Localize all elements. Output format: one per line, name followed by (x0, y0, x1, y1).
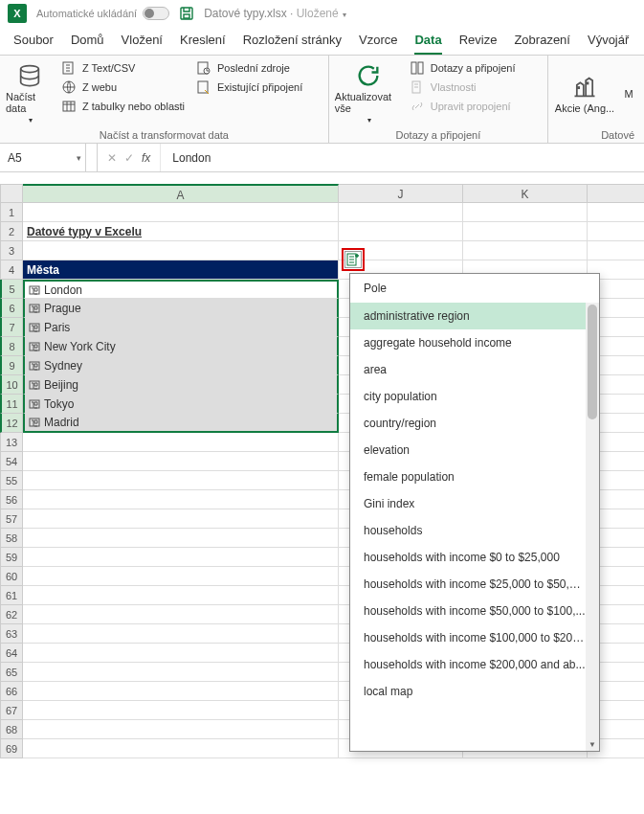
row-header[interactable]: 65 (0, 663, 23, 682)
cell[interactable]: Datové typy v Excelu (23, 222, 339, 241)
queries-connections-button[interactable]: Dotazy a připojení (406, 59, 520, 77)
cell[interactable] (463, 203, 588, 222)
row-header[interactable]: 12 (0, 414, 23, 433)
cell[interactable] (23, 452, 339, 471)
cell[interactable]: Paris (23, 318, 339, 337)
field-option[interactable]: elevation (350, 437, 599, 464)
chevron-down-icon[interactable]: ▾ (77, 153, 81, 163)
row-header[interactable]: 1 (0, 203, 23, 222)
tab-zobrazení[interactable]: Zobrazení (514, 33, 570, 55)
cell[interactable]: New York City (23, 337, 339, 356)
field-option[interactable]: households with income $200,000 and ab..… (350, 651, 599, 678)
tab-vložení[interactable]: Vložení (122, 33, 163, 55)
row-header[interactable]: 62 (0, 605, 23, 624)
toggle-off-icon[interactable] (143, 7, 169, 20)
row-header[interactable]: 7 (0, 318, 23, 337)
cell[interactable] (23, 720, 339, 739)
tab-data[interactable]: Data (414, 33, 441, 55)
tab-kreslení[interactable]: Kreslení (180, 33, 226, 55)
row-header[interactable]: 69 (0, 739, 23, 758)
name-box[interactable]: A5▾ (0, 144, 86, 171)
field-option[interactable]: households (350, 517, 599, 544)
field-option[interactable]: households with income $100,000 to $200.… (350, 624, 599, 651)
row-header[interactable]: 3 (0, 241, 23, 260)
cell[interactable]: Sydney (23, 356, 339, 375)
formula-input[interactable]: London (161, 151, 644, 165)
cell[interactable] (23, 567, 339, 586)
row-header[interactable]: 67 (0, 701, 23, 720)
column-header[interactable]: J (339, 184, 463, 203)
column-header[interactable]: K (463, 184, 588, 203)
field-option[interactable]: female population (350, 464, 599, 490)
tab-revize[interactable]: Revize (459, 33, 498, 55)
field-option[interactable]: households with income $25,000 to $50,00… (350, 571, 599, 598)
tab-vzorce[interactable]: Vzorce (359, 33, 397, 55)
chevron-down-icon[interactable]: ▾ (343, 11, 346, 19)
row-header[interactable]: 6 (0, 299, 23, 318)
tab-rozložení stránky[interactable]: Rozložení stránky (243, 33, 342, 55)
row-header[interactable]: 4 (0, 260, 23, 280)
save-icon[interactable] (179, 6, 194, 21)
cell[interactable] (23, 529, 339, 548)
cell[interactable]: London (23, 280, 339, 299)
tab-vývojář[interactable]: Vývojář (588, 33, 629, 55)
row-header[interactable]: 10 (0, 375, 23, 395)
cell[interactable] (463, 222, 588, 241)
from-web-button[interactable]: Z webu (57, 79, 189, 96)
column-header[interactable]: A (23, 184, 339, 203)
row-header[interactable]: 13 (0, 433, 23, 452)
scroll-thumb[interactable] (588, 305, 597, 419)
cell[interactable] (23, 586, 339, 605)
row-header[interactable]: 9 (0, 356, 23, 375)
cell[interactable]: Tokyo (23, 395, 339, 414)
field-option[interactable]: country/region (350, 410, 599, 437)
recent-sources-button[interactable]: Poslední zdroje (192, 59, 306, 77)
field-option[interactable]: households with income $50,000 to $100,.… (350, 598, 599, 624)
cell[interactable] (23, 739, 339, 758)
select-all-corner[interactable] (0, 184, 23, 203)
from-table-button[interactable]: Z tabulky nebo oblasti (57, 98, 189, 115)
row-header[interactable]: 11 (0, 395, 23, 414)
existing-connections-button[interactable]: Existující připojení (192, 79, 306, 96)
cell[interactable] (23, 548, 339, 567)
get-data-button[interactable]: Načíst data▾ (6, 59, 54, 127)
row-header[interactable]: 63 (0, 624, 23, 644)
cell[interactable] (23, 701, 339, 720)
cell[interactable] (588, 241, 644, 260)
cell[interactable] (23, 471, 339, 490)
field-option[interactable]: local map (350, 678, 599, 705)
field-option[interactable]: households with income $0 to $25,000 (350, 544, 599, 571)
cell[interactable]: Prague (23, 299, 339, 318)
field-option[interactable]: administrative region (350, 303, 599, 329)
autosave-toggle[interactable]: Automatické ukládání (36, 7, 169, 20)
row-header[interactable]: 64 (0, 644, 23, 663)
cell[interactable] (23, 682, 339, 701)
row-header[interactable]: 66 (0, 682, 23, 701)
cell[interactable] (23, 509, 339, 529)
row-header[interactable]: 56 (0, 490, 23, 509)
from-text-csv-button[interactable]: Z Text/CSV (57, 59, 189, 77)
refresh-all-button[interactable]: Aktualizovat vše▾ (335, 59, 402, 127)
tab-soubor[interactable]: Soubor (13, 33, 54, 55)
tab-domů[interactable]: Domů (71, 33, 104, 55)
field-option[interactable]: city population (350, 383, 599, 410)
cell[interactable] (23, 203, 339, 222)
row-header[interactable]: 58 (0, 529, 23, 548)
cell[interactable]: Madrid (23, 414, 339, 433)
row-header[interactable]: 55 (0, 471, 23, 490)
cell[interactable] (588, 222, 644, 241)
cell[interactable] (23, 490, 339, 509)
cell[interactable] (463, 241, 588, 260)
cell[interactable] (339, 222, 463, 241)
row-header[interactable]: 68 (0, 720, 23, 739)
stocks-datatype-button[interactable]: Akcie (Ang... (554, 74, 615, 114)
fx-icon[interactable]: fx (142, 151, 150, 165)
row-header[interactable]: 57 (0, 509, 23, 529)
row-header[interactable]: 8 (0, 337, 23, 356)
column-header[interactable] (588, 184, 644, 203)
row-header[interactable]: 61 (0, 586, 23, 605)
field-option[interactable]: area (350, 356, 599, 383)
cell[interactable] (23, 624, 339, 644)
row-header[interactable]: 60 (0, 567, 23, 586)
row-header[interactable]: 59 (0, 548, 23, 567)
